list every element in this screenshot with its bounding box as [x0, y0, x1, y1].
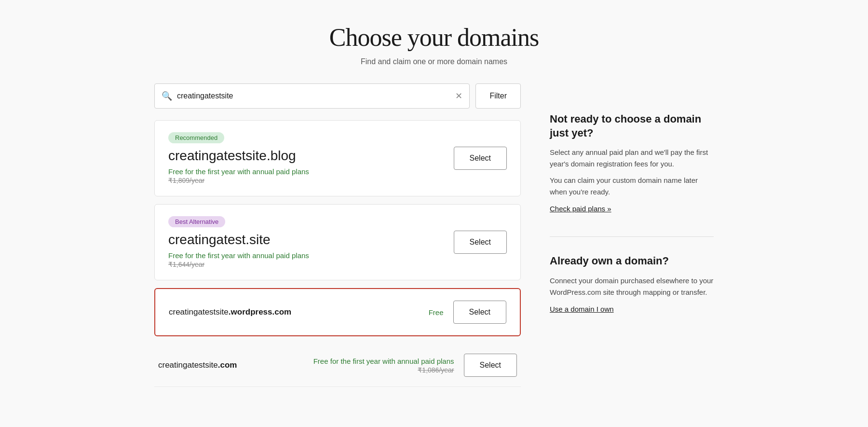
page-header: Choose your domains Find and claim one o… — [329, 23, 539, 66]
sidebar-section-not-ready: Not ready to choose a domain just yet? S… — [550, 112, 714, 213]
filter-button[interactable]: Filter — [475, 83, 521, 109]
domain-price-site: ₹1,644/year — [168, 261, 309, 268]
domain-card-left-wordpress: creatingatestsite.wordpress.com — [169, 307, 291, 317]
sidebar: Not ready to choose a domain just yet? S… — [550, 83, 714, 395]
badge-recommended: Recommended — [168, 132, 224, 143]
select-button-com[interactable]: Select — [464, 354, 517, 377]
select-button-site[interactable]: Select — [454, 231, 507, 254]
domain-free-label-blog: Free for the first year with annual paid… — [168, 167, 309, 176]
search-input[interactable] — [177, 92, 455, 100]
search-input-wrapper: 🔍 ✕ — [154, 83, 470, 109]
domain-price-com: ₹1,086/year — [313, 366, 454, 374]
domain-card-right-com: Free for the first year with annual paid… — [313, 354, 517, 377]
domain-card-right-blog: Select — [454, 147, 507, 170]
free-tag-wordpress: Free — [429, 308, 444, 317]
domain-card-left-com: creatingatestsite.com — [158, 360, 237, 370]
domain-name-wordpress: creatingatestsite.wordpress.com — [169, 307, 291, 317]
domain-name-blog: creatingatestsite.blog — [168, 148, 309, 164]
check-paid-plans-link[interactable]: Check paid plans » — [550, 205, 611, 213]
domain-name-com: creatingatestsite.com — [158, 360, 237, 370]
sidebar-section1-text2: You can claim your custom domain name la… — [550, 175, 714, 198]
sidebar-divider — [550, 236, 714, 237]
search-bar: 🔍 ✕ Filter — [154, 83, 521, 109]
page-container: Choose your domains Find and claim one o… — [0, 0, 868, 424]
domain-card-left-blog: Recommended creatingatestsite.blog Free … — [168, 132, 309, 184]
domain-card-left-site: Best Alternative creatingatest.site Free… — [168, 216, 309, 268]
badge-best-alt: Best Alternative — [168, 216, 225, 227]
sidebar-section2-text1: Connect your domain purchased elsewhere … — [550, 275, 714, 298]
select-button-wordpress[interactable]: Select — [453, 301, 506, 324]
main-content: 🔍 ✕ Filter Recommended creatingatestsite… — [154, 83, 521, 395]
domain-free-label-com: Free for the first year with annual paid… — [313, 357, 454, 365]
domain-card-right-site: Select — [454, 231, 507, 254]
domain-card-wordpress: creatingatestsite.wordpress.com Free Sel… — [154, 288, 521, 336]
domain-card-blog: Recommended creatingatestsite.blog Free … — [154, 120, 521, 196]
clear-icon[interactable]: ✕ — [455, 91, 462, 101]
domain-card-right-wordpress: Free Select — [429, 301, 506, 324]
select-button-blog[interactable]: Select — [454, 147, 507, 170]
domain-name-site: creatingatest.site — [168, 232, 309, 248]
page-subtitle: Find and claim one or more domain names — [329, 57, 539, 66]
sidebar-section1-title: Not ready to choose a domain just yet? — [550, 112, 714, 140]
use-domain-i-own-link[interactable]: Use a domain I own — [550, 305, 614, 313]
content-area: 🔍 ✕ Filter Recommended creatingatestsite… — [111, 83, 757, 395]
page-title: Choose your domains — [329, 23, 539, 52]
domain-free-label-site: Free for the first year with annual paid… — [168, 251, 309, 260]
domain-price-blog: ₹1,809/year — [168, 177, 309, 184]
sidebar-section2-title: Already own a domain? — [550, 254, 714, 268]
sidebar-section-own-domain: Already own a domain? Connect your domai… — [550, 254, 714, 314]
domain-card-com: creatingatestsite.com Free for the first… — [154, 344, 521, 387]
domain-card-site: Best Alternative creatingatest.site Free… — [154, 204, 521, 280]
search-icon: 🔍 — [162, 91, 172, 101]
sidebar-section1-text1: Select any annual paid plan and we'll pa… — [550, 147, 714, 170]
